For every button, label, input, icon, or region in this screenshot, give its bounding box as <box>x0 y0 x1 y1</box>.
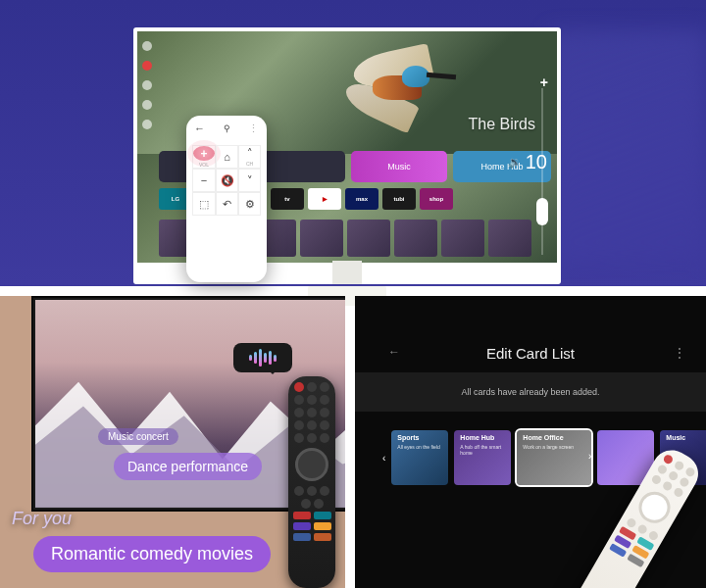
search-icon[interactable]: ⚲ <box>224 123 230 133</box>
input-button[interactable]: ⬚ <box>192 192 216 216</box>
tv-sidebar <box>137 31 157 263</box>
app-tile-max[interactable]: max <box>345 188 378 210</box>
content-thumb[interactable] <box>488 220 531 257</box>
info-strip: All cards have already been added. <box>355 372 706 412</box>
sidebar-account-icon[interactable] <box>142 41 152 51</box>
category-chip-music[interactable]: Music <box>351 151 447 182</box>
suggestion-pill[interactable]: Music concert <box>98 428 178 445</box>
dashboard-card[interactable]: Home OfficeWork on a large screen˄ <box>517 430 591 485</box>
volume-icon: 🔉 <box>508 156 522 169</box>
phone-remote: ← ⚲ ⋮ +VOL ⌂ ˄CH − 🔇 ˅ ⬚ ↶ ⚙ <box>186 116 267 282</box>
suggestion-pill[interactable]: Romantic comedy movies <box>33 536 271 572</box>
sidebar-search-icon[interactable] <box>142 100 152 110</box>
chevron-right-icon[interactable]: › <box>588 451 591 462</box>
ch-down-button[interactable]: ˅ <box>238 169 261 192</box>
dashboard-card[interactable]: Home HubA hub off the smart home <box>454 430 511 485</box>
dashboard-card[interactable]: SportsAll eyes on the field <box>391 430 448 485</box>
settings-button[interactable]: ⚙ <box>238 192 261 216</box>
chevron-left-icon[interactable]: ‹ <box>382 453 385 464</box>
voice-search-panel: For you Music concert Dance performance … <box>0 296 345 588</box>
content-thumb[interactable] <box>347 220 390 257</box>
sidebar-notification-icon[interactable] <box>142 61 152 71</box>
content-thumb[interactable] <box>394 220 437 257</box>
app-tile-shopapp[interactable]: shop <box>420 188 453 210</box>
sidebar-inputs-icon[interactable] <box>142 80 152 90</box>
for-you-label: For you <box>12 509 72 529</box>
menu-icon[interactable]: ⋮ <box>248 122 259 135</box>
top-panel: The Birds H Music Home Hub 🔉 10 + <box>0 0 706 286</box>
volume-value: 10 <box>526 151 547 173</box>
power-button[interactable] <box>294 382 304 392</box>
voice-input-bubble <box>233 343 292 372</box>
power-button[interactable] <box>662 453 674 465</box>
content-title: The Birds <box>469 116 535 133</box>
sidebar-settings-icon[interactable] <box>142 120 152 129</box>
ch-up-button[interactable]: ˄CH <box>238 145 261 169</box>
overflow-menu-icon[interactable]: ⋮ <box>673 345 686 361</box>
app-tile-youtube[interactable]: ▶ <box>308 188 341 210</box>
magic-remote-dark <box>288 376 335 588</box>
background-blur <box>549 29 706 265</box>
content-thumb[interactable] <box>300 220 343 257</box>
home-button[interactable]: ⌂ <box>216 145 238 169</box>
vol-down-button[interactable]: − <box>192 169 216 192</box>
scroll-wheel[interactable] <box>295 448 328 481</box>
vol-up-button[interactable]: +VOL <box>192 145 216 169</box>
suggestion-pill[interactable]: Dance performance <box>114 453 262 480</box>
app-tile-tubi[interactable]: tubi <box>382 188 416 210</box>
edit-card-panel: ← Edit Card List ⋮ All cards have alread… <box>355 296 706 588</box>
mute-button[interactable]: 🔇 <box>216 169 238 192</box>
content-thumb[interactable] <box>441 220 484 257</box>
app-tile-apple-tv[interactable]: tv <box>271 188 304 210</box>
page-title: Edit Card List <box>355 345 706 362</box>
back-icon[interactable]: ← <box>194 122 205 134</box>
category-chip[interactable] <box>255 151 345 182</box>
back-button[interactable]: ↶ <box>216 192 238 216</box>
